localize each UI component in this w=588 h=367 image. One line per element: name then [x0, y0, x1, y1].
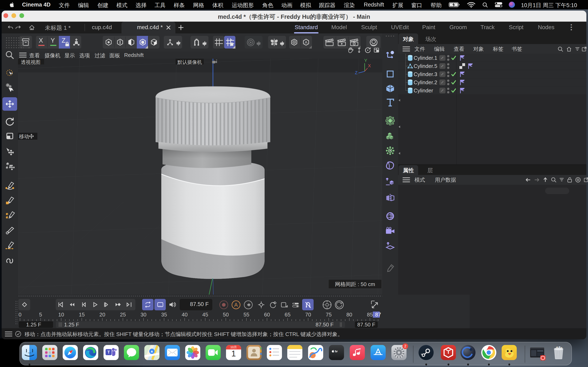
- svg-text:X: X: [368, 63, 371, 68]
- svg-text:Y: Y: [364, 59, 367, 63]
- svg-text:A: A: [234, 302, 238, 308]
- svg-text:T: T: [107, 350, 110, 354]
- svg-text:A: A: [305, 40, 307, 44]
- svg-text:tv: tv: [335, 350, 338, 353]
- svg-text:Z: Z: [355, 70, 357, 75]
